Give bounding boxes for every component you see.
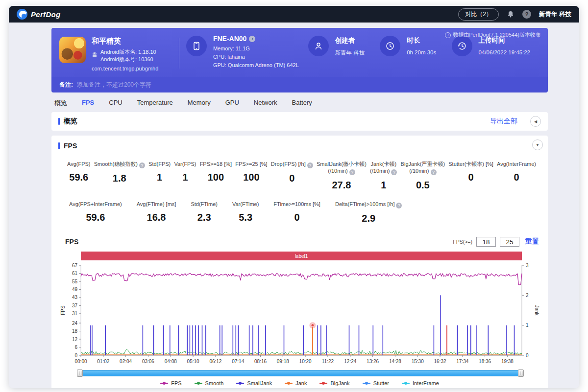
legend-item-bigjank[interactable]: BigJank <box>319 380 349 386</box>
legend-marker-icon <box>195 383 202 384</box>
legend-item-fps[interactable]: FPS <box>160 380 181 386</box>
metrics-row-2: Avg(FPS+InterFrame)59.6Avg(FTime) [ms]16… <box>58 191 407 224</box>
svg-text:37: 37 <box>72 303 78 308</box>
metric-help-icon[interactable]: ? <box>349 169 355 175</box>
metric-value: 5.3 <box>232 212 259 223</box>
metric-value: 2.9 <box>335 213 402 224</box>
legend-item-smalljank[interactable]: SmallJank <box>236 380 272 386</box>
svg-text:00:00: 00:00 <box>74 359 87 364</box>
overview-card: 概览 导出全部 ◀ <box>51 112 548 131</box>
svg-text:13:26: 13:26 <box>367 359 379 364</box>
svg-text:11:22: 11:22 <box>322 359 334 364</box>
device-info-icon[interactable]: i <box>249 36 255 42</box>
fps-threshold-low-input[interactable] <box>476 237 496 247</box>
svg-text:05:10: 05:10 <box>187 359 199 364</box>
legend-item-smooth[interactable]: Smooth <box>195 380 224 386</box>
metric-value: 0.5 <box>401 180 445 191</box>
section-bar <box>58 118 60 125</box>
metric-r2-2: Std(FTime)2.3 <box>191 201 218 224</box>
compare-button[interactable]: 对比（2） <box>458 8 499 21</box>
navigator-right-handle[interactable] <box>518 369 524 377</box>
tabs: 概览FPSCPUTemperatureMemoryGPUNetworkBatte… <box>51 92 548 112</box>
metric-r1-5: FPS>=25 [%]100 <box>235 161 267 191</box>
metric-help-icon[interactable]: ? <box>139 162 145 168</box>
metric-value: 16.8 <box>137 212 176 223</box>
app-package: com.tencent.tmgp.pubgmhd <box>92 66 158 71</box>
tab-temperature[interactable]: Temperature <box>137 99 173 108</box>
legend-item-stutter[interactable]: Stutter <box>363 380 389 386</box>
user-name[interactable]: 新青年 科技 <box>539 10 571 19</box>
svg-text:55: 55 <box>72 279 78 284</box>
tab-cpu[interactable]: CPU <box>109 99 122 108</box>
legend-marker-icon <box>285 383 293 384</box>
svg-text:61: 61 <box>72 271 78 276</box>
svg-text:09:18: 09:18 <box>277 359 289 364</box>
reset-link[interactable]: 重置 <box>525 237 539 246</box>
svg-text:0: 0 <box>526 353 529 358</box>
svg-text:31: 31 <box>72 311 78 316</box>
metric-value: 1 <box>370 180 397 191</box>
svg-text:1: 1 <box>526 323 529 328</box>
navigator-track[interactable] <box>82 370 519 376</box>
tab-fps[interactable]: FPS <box>82 99 94 108</box>
metric-r1-9: BigJank(严重卡顿)(/10min)?0.5 <box>401 161 445 191</box>
svg-text:07:14: 07:14 <box>232 359 244 364</box>
metric-value: 1 <box>148 172 171 183</box>
note-bar[interactable]: 备注: 添加备注，不超过200个字符 <box>51 77 548 92</box>
tab-battery[interactable]: Battery <box>292 99 312 108</box>
svg-text:18:36: 18:36 <box>479 359 491 364</box>
svg-text:43: 43 <box>72 295 78 300</box>
metric-help-icon[interactable]: ? <box>431 169 437 175</box>
metric-r2-1: Avg(FTime) [ms]16.8 <box>137 201 176 224</box>
collapse-left-button[interactable]: ◀ <box>530 116 541 127</box>
metric-r1-1: Smooth(稳帧指数)?1.8 <box>94 161 145 191</box>
svg-text:02:04: 02:04 <box>120 359 132 364</box>
metric-r1-0: Avg(FPS)59.6 <box>67 161 90 191</box>
legend-marker-icon <box>363 383 370 384</box>
export-all-link[interactable]: 导出全部 <box>490 117 517 126</box>
creator-value: 新青年 科技 <box>335 49 365 57</box>
brand[interactable]: PerfDog <box>17 9 60 20</box>
metric-value: 100 <box>235 172 267 183</box>
fps-threshold-high-input[interactable] <box>500 237 519 247</box>
fps-chart[interactable]: 0612182431374349556167012300:0001:0202:0… <box>58 262 541 368</box>
duration-label: 时长 <box>407 36 436 45</box>
device-cpu: CPU: lahaina <box>213 53 299 61</box>
tab-概览[interactable]: 概览 <box>54 99 67 108</box>
legend-item-interframe[interactable]: InterFrame <box>402 380 439 386</box>
svg-text:6: 6 <box>74 345 77 350</box>
metric-help-icon[interactable]: ? <box>391 169 397 175</box>
device-memory: Memory: 11.1G <box>213 45 299 53</box>
help-icon[interactable]: ? <box>522 10 531 19</box>
metrics-row-1: Avg(FPS)59.6Smooth(稳帧指数)?1.8Std(FPS)1Var… <box>58 150 541 191</box>
android-version-code: Android版本号: 10360 <box>100 56 156 63</box>
collapse-down-button[interactable]: ▼ <box>532 139 543 150</box>
svg-text:3: 3 <box>526 263 529 268</box>
metric-r1-8: Jank(卡顿)(/10min)?1 <box>370 161 397 191</box>
metric-value: 2.3 <box>191 212 218 223</box>
legend-marker-icon <box>319 383 327 384</box>
divider <box>179 38 179 69</box>
metric-help-icon[interactable]: ? <box>307 162 313 168</box>
metric-r1-6: Drop(FPS) [/h]?0 <box>271 161 313 191</box>
metric-r1-11: Avg(InterFrame)0 <box>497 161 536 191</box>
tab-network[interactable]: Network <box>254 99 277 108</box>
svg-text:0: 0 <box>74 353 77 358</box>
chart-navigator <box>77 369 524 377</box>
tab-gpu[interactable]: GPU <box>225 99 239 108</box>
metric-help-icon[interactable]: ? <box>396 203 402 208</box>
navigator-left-handle[interactable] <box>77 369 83 377</box>
tab-memory[interactable]: Memory <box>188 99 211 108</box>
metric-r1-7: SmallJank(微小卡顿)(/10min)?27.8 <box>317 161 367 191</box>
svg-text:17:34: 17:34 <box>456 359 468 364</box>
svg-text:12:24: 12:24 <box>344 359 356 364</box>
legend-marker-icon <box>160 383 168 384</box>
bell-icon[interactable] <box>507 10 514 18</box>
svg-text:Jank: Jank <box>534 305 539 316</box>
svg-text:16:32: 16:32 <box>434 359 446 364</box>
legend-item-jank[interactable]: Jank <box>285 380 307 386</box>
label1-banner[interactable]: label1 <box>81 252 522 260</box>
metric-value: 59.6 <box>69 212 122 223</box>
svg-text:08:16: 08:16 <box>254 359 267 364</box>
info-icon: i <box>445 32 451 38</box>
